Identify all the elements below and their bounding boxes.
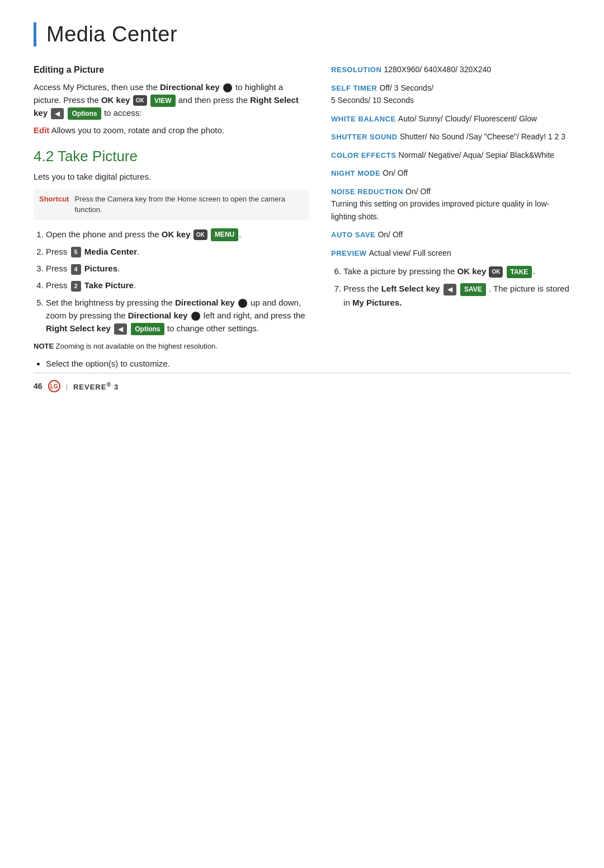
step3-period: . xyxy=(117,264,120,273)
step5-text1: Set the brightness by pressing the xyxy=(46,298,175,307)
options-badge1: Options xyxy=(68,107,101,120)
noise-reduction-extra: Turning this setting on provides improve… xyxy=(331,199,549,221)
shutter-sound-value: Shutter/ No Sound /Say "Cheese"/ Ready! … xyxy=(400,132,565,141)
ok-key-label1: OK key xyxy=(101,95,133,105)
step3-label: Pictures xyxy=(84,264,117,273)
step-7: Press the Left Select key ◀ SAVE . The p… xyxy=(343,282,570,309)
edit-text: Allows you to zoom, rotate and crop the … xyxy=(51,125,224,135)
noise-reduction-label: NOISE REDUCTION xyxy=(331,187,403,196)
step1-ok-label: OK key xyxy=(162,229,193,239)
night-mode-label: NIGHT MODE xyxy=(331,169,380,177)
note-label: NOTE xyxy=(34,342,54,350)
resolution-value: 1280X960/ 640X480/ 320X240 xyxy=(384,65,492,74)
directional-key-label1: Directional key xyxy=(160,82,222,92)
note-text: Zooming is not available on the highest … xyxy=(56,342,218,350)
footer-page-number: 46 xyxy=(34,382,43,391)
step6-ok-badge: OK xyxy=(489,266,503,278)
white-balance-item: WHITE BALANCE Auto/ Sunny/ Cloudy/ Fluor… xyxy=(331,112,570,125)
self-timer-label: SELF TIMER xyxy=(331,84,377,92)
ok-badge1: OK xyxy=(133,95,147,106)
view-badge: VIEW xyxy=(150,95,176,107)
page-title: Media Center xyxy=(46,22,177,46)
step2-num-badge: 5 xyxy=(71,247,81,257)
step5-dir-label1: Directional key xyxy=(175,298,237,307)
preview-item: PREVIEW Actual view/ Full screen xyxy=(331,247,570,260)
night-mode-value: On/ Off xyxy=(383,168,408,177)
editing-text3: and then press the xyxy=(178,95,250,105)
step4-text1: Press xyxy=(46,280,70,290)
step2-period: . xyxy=(137,247,139,256)
preview-value: Actual view/ Full screen xyxy=(369,248,451,257)
two-col-layout: Editing a Picture Access My Pictures, th… xyxy=(34,63,570,376)
edit-label: Edit xyxy=(34,125,49,135)
take-picture-intro: Lets you to take digital pictures. xyxy=(34,171,309,184)
steps-list: Open the phone and press the OK key OK M… xyxy=(34,228,309,336)
step-3: Press 4 Pictures. xyxy=(46,262,309,275)
step5-right-label: Right Select key xyxy=(46,323,113,333)
step5-dir-icon2 xyxy=(191,312,200,321)
step5-dir-label2: Directional key xyxy=(128,311,190,320)
noise-reduction-item: NOISE REDUCTION On/ Off Turning this set… xyxy=(331,185,570,223)
footer-model: REVERE® 3 xyxy=(73,381,119,391)
step-1: Open the phone and press the OK key OK M… xyxy=(46,228,309,241)
resolution-item: RESOLUTION 1280X960/ 640X480/ 320X240 xyxy=(331,63,570,76)
take-picture-section: 4.2 Take Picture Lets you to take digita… xyxy=(34,148,309,370)
step4-label: Take Picture xyxy=(84,280,134,290)
step7-save-badge: SAVE xyxy=(460,283,486,296)
footer-sep: | xyxy=(66,382,68,391)
lg-logo: LG xyxy=(48,380,60,392)
right-arrow-badge1: ◀ xyxy=(51,108,64,119)
dir-key-icon1 xyxy=(223,83,232,92)
edit-description: Edit Allows you to zoom, rotate and crop… xyxy=(34,124,309,137)
shortcut-text: Press the Camera key from the Home scree… xyxy=(74,194,303,215)
step5-text3: left and right, and press the xyxy=(204,311,305,320)
footer: 46 LG | REVERE® 3 xyxy=(34,373,570,392)
resolution-label: RESOLUTION xyxy=(331,65,381,74)
color-effects-label: COLOR EFFECTS xyxy=(331,151,396,159)
noise-reduction-value: On/ Off xyxy=(405,187,431,196)
step-5: Set the brightness by pressing the Direc… xyxy=(46,296,309,336)
step6-text: Take a picture by pressing the xyxy=(343,266,455,276)
editing-section: Editing a Picture Access My Pictures, th… xyxy=(34,63,309,137)
step7-arrow-badge: ◀ xyxy=(443,284,456,295)
step4-period: . xyxy=(134,280,136,290)
step5-text4: to change other settings. xyxy=(167,323,259,333)
shortcut-label: Shortcut xyxy=(39,194,69,215)
editing-text1: Access My Pictures, then use the xyxy=(34,82,158,92)
step7-text1: Press the xyxy=(343,284,381,293)
step7-left-label: Left Select key xyxy=(381,284,442,293)
step6-take-badge: TAKE xyxy=(507,266,532,279)
step1-period: . xyxy=(239,229,241,239)
step5-arrow-badge: ◀ xyxy=(114,323,127,335)
step-4: Press 2 Take Picture. xyxy=(46,279,309,292)
right-column: RESOLUTION 1280X960/ 640X480/ 320X240 SE… xyxy=(331,63,570,376)
step3-text1: Press xyxy=(46,264,70,273)
step3-num-badge: 4 xyxy=(71,264,81,275)
step5-options-badge: Options xyxy=(131,323,164,336)
step1-ok-badge: OK xyxy=(194,229,207,241)
auto-save-item: AUTO SAVE On/ Off xyxy=(331,228,570,241)
preview-label: PREVIEW xyxy=(331,249,366,257)
step1-menu-badge: MENU xyxy=(211,228,238,241)
left-column: Editing a Picture Access My Pictures, th… xyxy=(34,63,309,376)
step2-text1: Press xyxy=(46,247,70,256)
self-timer-item: SELF TIMER Off/ 3 Seconds/5 Seconds/ 10 … xyxy=(331,82,570,107)
step5-dir-icon1 xyxy=(238,299,247,308)
footer-brand: LG | REVERE® 3 xyxy=(48,380,119,392)
bullet-item-1: Select the option(s) to customize. xyxy=(46,358,309,370)
editing-heading: Editing a Picture xyxy=(34,63,309,77)
step2-label: Media Center xyxy=(84,247,137,256)
white-balance-label: WHITE BALANCE xyxy=(331,115,396,123)
step7-my-pictures: My Pictures. xyxy=(352,298,402,307)
editing-para: Access My Pictures, then use the Directi… xyxy=(34,81,309,120)
steps-list-right: Take a picture by pressing the OK key OK… xyxy=(331,265,570,309)
white-balance-value: Auto/ Sunny/ Cloudy/ Fluorescent/ Glow xyxy=(398,114,537,123)
color-effects-item: COLOR EFFECTS Normal/ Negative/ Aqua/ Se… xyxy=(331,149,570,162)
shutter-sound-item: SHUTTER SOUND Shutter/ No Sound /Say "Ch… xyxy=(331,130,570,143)
step-6: Take a picture by pressing the OK key OK… xyxy=(343,265,570,278)
bullet-list: Select the option(s) to customize. xyxy=(34,358,309,370)
shutter-sound-label: SHUTTER SOUND xyxy=(331,133,397,141)
shortcut-box: Shortcut Press the Camera key from the H… xyxy=(34,189,309,220)
note-box: NOTE Zooming is not available on the hig… xyxy=(34,341,309,352)
step4-num-badge: 2 xyxy=(71,281,81,292)
